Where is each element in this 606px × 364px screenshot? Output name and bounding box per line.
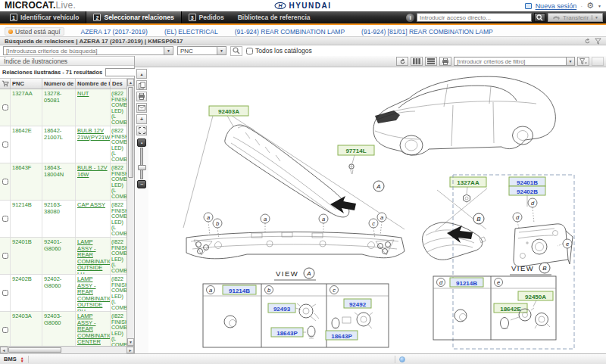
svg-text:e: e — [497, 279, 500, 286]
row-part-name-link[interactable]: NUT — [77, 90, 89, 97]
cart-icon — [2, 80, 9, 87]
col-description[interactable]: Des — [111, 79, 127, 89]
collapse-panel-button[interactable]: ▲ — [136, 69, 147, 79]
callout-c: c — [369, 219, 378, 228]
refresh-icon[interactable] — [584, 38, 591, 45]
breadcrumb-illustration[interactable]: (91-924) [81/01] REAR COMBINATION LAMP — [361, 28, 493, 36]
zoom-out-button[interactable]: − — [137, 180, 146, 188]
scroll-down-button[interactable]: ▼ — [127, 338, 134, 346]
context-bar: Búsqueda de relaciones | AZERA 17 (2017-… — [0, 36, 606, 45]
diagram-filter-dropdown-button[interactable]: ▼ — [566, 57, 575, 66]
tab-biblioteca-referencia[interactable]: Biblioteca de referencia — [231, 11, 317, 23]
part-label-92493[interactable]: 92493 — [268, 303, 295, 313]
col-pnc[interactable]: PNC — [11, 79, 42, 89]
breadcrumb-group[interactable]: (91-924) REAR COMBINATION LAMP — [235, 28, 345, 36]
table-row[interactable]: 92403A 92403-G8060 LAMP ASSY - REAR COMB… — [0, 312, 127, 346]
copy-page-button[interactable] — [136, 80, 147, 90]
col-part-name[interactable]: Nombre de la refacci — [76, 79, 111, 89]
part-label-91214B-a[interactable]: 91214B — [223, 285, 256, 294]
row-checkbox[interactable] — [2, 290, 8, 296]
table-row[interactable]: 92402B 92402-G8060 LAMP ASSY - REAR COMB… — [0, 275, 127, 312]
filter-icon[interactable] — [595, 38, 601, 45]
svg-text:c: c — [372, 220, 375, 227]
scroll-left-button[interactable]: ◄ — [0, 347, 8, 353]
print-diagram-button[interactable] — [439, 57, 451, 66]
horizontal-scrollbar[interactable]: ◄ ► — [0, 346, 134, 353]
tab-identificar-vehiculo[interactable]: 1 Identificar vehículo — [3, 11, 86, 23]
apply-filter-button[interactable] — [577, 57, 589, 66]
connection-status-icon — [399, 356, 405, 362]
row-checkbox[interactable] — [2, 327, 8, 333]
svg-text:18642E: 18642E — [500, 306, 521, 313]
part-label-92403A[interactable]: 92403A — [209, 106, 248, 116]
row-part-name-link[interactable]: BULB - 12V 16W — [77, 164, 108, 178]
settings-caret-icon[interactable]: ▼ — [598, 4, 601, 8]
reset-view-button[interactable] — [396, 57, 408, 66]
hyundai-logo: H HYUNDAI — [274, 2, 331, 10]
table-row[interactable]: 18642E 18642-21007L BULB 12V 21W(PY21W) … — [0, 126, 127, 163]
tab-pedidos[interactable]: 3 Pedidos — [182, 11, 231, 23]
diagram-canvas[interactable]: 92403A A 97714L — [148, 67, 606, 353]
row-part-name-link[interactable]: LAMP ASSY - REAR COMBINATION OUTSIDE RH — [77, 275, 111, 311]
zoom-slider-track[interactable] — [140, 148, 143, 179]
part-label-97714L[interactable]: 97714L — [338, 145, 374, 155]
search-submit-button[interactable] — [230, 46, 242, 56]
scroll-up-button[interactable]: ▲ — [127, 79, 134, 86]
transfer-button[interactable]: Transferir ▼ — [548, 13, 603, 22]
quick-access-input[interactable] — [417, 13, 532, 22]
col-part-number[interactable]: Número de refacci — [42, 79, 76, 89]
search-field-select[interactable] — [177, 46, 217, 55]
part-label-18643P-c[interactable]: 18643P — [326, 331, 358, 340]
part-label-92492[interactable]: 92492 — [344, 299, 371, 308]
transfer-dropdown-button[interactable]: ▼ — [592, 15, 598, 20]
fit-to-screen-button[interactable] — [136, 126, 147, 135]
scroll-right-button[interactable]: ► — [127, 347, 134, 353]
table-row[interactable]: 1327AA 13278-05081 NUT (I822 FINISH COMB… — [0, 89, 127, 126]
gear-icon[interactable]: ⚙ — [586, 2, 594, 10]
row-part-name-link[interactable]: CAP ASSY — [77, 201, 105, 208]
part-label-92401B[interactable]: 92401B — [509, 177, 545, 186]
zoom-in-button[interactable]: + — [136, 114, 147, 124]
print-button[interactable] — [136, 92, 147, 101]
diagram-filter-input[interactable] — [454, 57, 566, 66]
row-checkbox[interactable] — [2, 216, 8, 222]
table-row[interactable]: 91214B 92163-38080 CAP ASSY (I822 FINISH… — [0, 201, 127, 238]
part-label-92402B[interactable]: 92402B — [509, 186, 545, 195]
breadcrumb-vehicle[interactable]: AZERA 17 (2017-2019) — [81, 28, 148, 36]
zoom-slider-handle[interactable] — [138, 165, 146, 170]
row-checkbox[interactable] — [2, 179, 8, 185]
part-label-1327AA[interactable]: 1327AA — [450, 177, 486, 187]
row-part-name-link[interactable]: BULB 12V 21W(PY21W) — [77, 127, 111, 141]
info-icon[interactable]: i — [406, 14, 414, 22]
part-label-18643P-b[interactable]: 18643P — [271, 328, 303, 337]
row-checkbox[interactable] — [2, 104, 8, 110]
thumbnail-view-button[interactable] — [411, 57, 423, 66]
scrollbar-thumb[interactable] — [8, 347, 61, 353]
table-row[interactable]: 18643F 18643-18004N BULB - 12V 16W (I822… — [0, 163, 127, 201]
row-pnc: 92402B — [11, 275, 42, 311]
part-label-18642E[interactable]: 18642E — [494, 303, 527, 313]
zoom-slider-top-button[interactable]: ▪ — [137, 138, 146, 147]
scrollbar-thumb[interactable] — [128, 87, 133, 178]
criteria-dropdown-button[interactable]: ▼ — [164, 46, 173, 55]
row-description: (I822 FINISH COMB LED)(L COMB OUTS LED)( — [111, 163, 127, 200]
new-session-link[interactable]: Nueva sesión — [536, 2, 577, 10]
row-part-name-link[interactable]: LAMP ASSY - REAR COMBINATION OUTSIDE LH — [77, 238, 111, 274]
tab-seleccionar-relaciones[interactable]: 2 Seleccionar relaciones — [86, 11, 181, 23]
breadcrumb: Usted está aquí AZERA 17 (2017-2019) (EL… — [0, 26, 606, 36]
view-b-marker: B — [473, 213, 484, 224]
field-dropdown-button[interactable]: ▼ — [217, 46, 226, 55]
row-checkbox[interactable] — [2, 253, 8, 259]
email-button[interactable] — [136, 103, 147, 113]
quick-search-button[interactable] — [534, 13, 545, 22]
breadcrumb-section[interactable]: (EL) ELECTRICAL — [164, 28, 218, 36]
list-view-button[interactable] — [425, 57, 437, 66]
row-part-name-link[interactable]: LAMP ASSY - REAR COMBINATION CENTER — [77, 313, 111, 345]
vertical-scrollbar[interactable]: ▲ ▼ — [127, 79, 134, 346]
part-label-92450A[interactable]: 92450A — [518, 291, 553, 300]
row-checkbox[interactable] — [2, 142, 8, 148]
all-catalogs-checkbox[interactable] — [246, 48, 253, 54]
search-criteria-input[interactable] — [3, 46, 164, 55]
part-label-91214B-d[interactable]: 91214B — [450, 278, 483, 287]
table-row[interactable]: 92401B 92401-G8060 LAMP ASSY - REAR COMB… — [0, 238, 127, 275]
